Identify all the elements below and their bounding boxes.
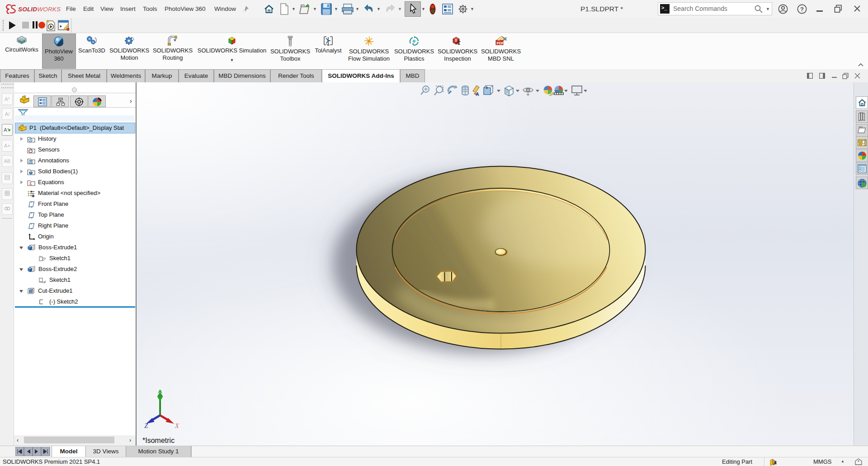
- svg-text:PDF: PDF: [497, 41, 504, 45]
- svg-text:A: A: [29, 160, 32, 163]
- svg-text:Z: Z: [144, 422, 148, 429]
- svg-text:Σ: Σ: [29, 181, 32, 185]
- svg-text:S: S: [455, 38, 458, 43]
- svg-text:?: ?: [800, 6, 804, 13]
- svg-text:A: A: [476, 91, 479, 97]
- svg-text:X: X: [175, 422, 179, 429]
- svg-text:3D: 3D: [503, 37, 507, 41]
